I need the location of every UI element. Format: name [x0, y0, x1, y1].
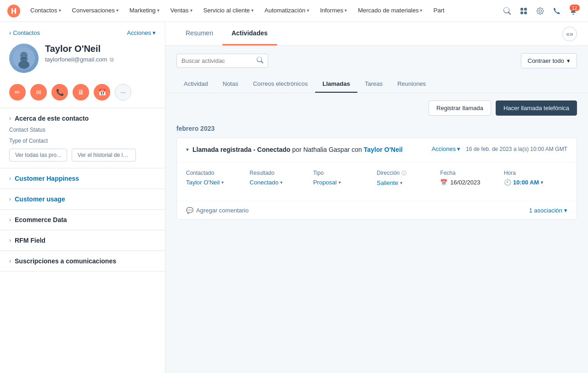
direccion-value[interactable]: Saliente ▾	[377, 179, 440, 186]
tipo-label: Tipo	[313, 170, 377, 176]
contact-status-label: Contact Status	[9, 127, 156, 133]
type-of-contact-label: Type of Contact	[9, 138, 156, 144]
action-icons: ✏ ✉ 📞 🖥 📅 ···	[0, 80, 165, 108]
call-status: Llamada registrada - Conectado	[192, 146, 290, 153]
resultado-value[interactable]: Conectado ▾	[249, 179, 313, 186]
direccion-text: Saliente	[377, 179, 398, 186]
filter-tab-correos[interactable]: Correos electrónicos	[246, 76, 315, 93]
notifications-button[interactable]: 12	[566, 4, 581, 18]
nav-servicio[interactable]: Servicio al cliente ▾	[199, 0, 258, 22]
tipo-dropdown: ▾	[339, 180, 341, 185]
copy-email-button[interactable]: ⧉	[110, 56, 114, 63]
main-layout: ‹ Contactos Acciones ▾	[0, 22, 588, 373]
nav-mercado-chevron: ▾	[420, 8, 422, 13]
collapse-all-button[interactable]: Contraer todo ▾	[521, 53, 577, 68]
breadcrumb-chevron: ‹	[9, 29, 11, 36]
ver-historial-button[interactable]: Ver el historial de la...	[72, 149, 136, 161]
call-field-hora: Hora 🕙 10:00 AM ▾	[504, 170, 567, 186]
search-input[interactable]	[181, 57, 253, 64]
fecha-text: 16/02/2023	[450, 179, 480, 186]
breadcrumb[interactable]: ‹ Contactos	[9, 29, 40, 36]
card-actions-label: Acciones	[431, 145, 456, 152]
filter-tab-actividad[interactable]: Actividad	[176, 76, 215, 93]
sidebar-header: ‹ Contactos Acciones ▾	[0, 22, 165, 42]
breadcrumb-label: Contactos	[13, 29, 40, 36]
search-button[interactable]	[500, 4, 514, 18]
nav-part[interactable]: Part	[429, 0, 449, 22]
collapse-sidebar-button[interactable]: «»	[562, 27, 577, 41]
comment-icon: 💬	[186, 207, 193, 214]
customer-usage-title: Customer usage	[15, 195, 65, 203]
contactado-text: Taylor O'Neil	[186, 179, 220, 186]
resultado-text: Conectado	[249, 179, 278, 186]
tab-actividades[interactable]: Actividades	[222, 22, 277, 45]
ver-todas-button[interactable]: Ver todas las pro...	[9, 149, 67, 161]
hubspot-logo[interactable]	[7, 5, 20, 17]
tipo-value[interactable]: Proposal ▾	[313, 179, 377, 186]
make-call-button[interactable]: Hacer llamada telefónica	[496, 100, 577, 116]
svg-point-3	[18, 61, 29, 69]
call-button[interactable]: 📞	[51, 84, 68, 100]
register-call-button[interactable]: Registrar llamada	[429, 100, 491, 116]
call-by-text: por Nathalia Gaspar	[292, 146, 350, 153]
filter-tab-notas[interactable]: Notas	[215, 76, 246, 93]
fecha-value[interactable]: 📅 16/02/2023	[440, 179, 503, 186]
sidebar-section-rfm: › RFM Field	[0, 230, 165, 251]
call-with-text: con	[351, 146, 363, 153]
nav-automatizacion[interactable]: Automatización ▾	[260, 0, 314, 22]
about-section-header[interactable]: › Acerca de este contacto	[9, 115, 156, 122]
customer-happiness-header[interactable]: › Customer Happiness	[9, 175, 156, 182]
suscripciones-header[interactable]: › Suscripciones a comunicaciones	[9, 257, 156, 265]
nav-informes[interactable]: Informes ▾	[316, 0, 352, 22]
resultado-dropdown: ▾	[280, 180, 283, 185]
activity-card-header: ▾ Llamada registrada - Conectado por Nat…	[177, 138, 577, 162]
activity-expand-chevron[interactable]: ▾	[186, 146, 189, 153]
settings-button[interactable]	[533, 4, 548, 18]
ecommerce-header[interactable]: › Ecommerce Data	[9, 216, 156, 223]
customer-usage-header[interactable]: › Customer usage	[9, 195, 156, 203]
nav-ventas[interactable]: Ventas ▾	[166, 0, 197, 22]
direccion-dropdown: ▾	[400, 180, 402, 185]
actions-button[interactable]: Acciones ▾	[127, 29, 156, 36]
contact-info: Taylor O'Neil taylorfoneil@gmail.com ⧉	[0, 42, 165, 80]
filter-tab-tareas[interactable]: Tareas	[357, 76, 390, 93]
activity-title-text: Llamada registrada - Conectado por Natha…	[192, 145, 402, 155]
hora-value[interactable]: 🕙 10:00 AM ▾	[504, 179, 567, 186]
tab-resumen[interactable]: Resumen	[176, 22, 222, 45]
screen-button[interactable]: 🖥	[73, 84, 89, 100]
nav-mercado[interactable]: Mercado de materiales ▾	[353, 0, 427, 22]
nav-servicio-chevron: ▾	[251, 8, 254, 13]
customer-happiness-title: Customer Happiness	[15, 175, 79, 182]
main-tabs: Resumen Actividades	[176, 22, 277, 45]
nav-conversaciones[interactable]: Conversaciones ▾	[68, 0, 123, 22]
apps-button[interactable]	[516, 4, 531, 18]
clock-icon: 🕙	[504, 179, 511, 186]
phone-button[interactable]	[549, 4, 564, 18]
add-comment-button[interactable]: 💬 Agregar comentario	[186, 207, 249, 214]
contact-email: taylorfoneil@gmail.com ⧉	[45, 56, 156, 63]
filter-tab-reuniones[interactable]: Reuniones	[390, 76, 433, 93]
contactado-dropdown: ▾	[221, 180, 224, 185]
call-contact-link[interactable]: Taylor O'Neil	[364, 146, 403, 153]
activity-card: ▾ Llamada registrada - Conectado por Nat…	[176, 138, 577, 220]
association-button[interactable]: 1 asociación ▾	[529, 207, 567, 214]
card-actions-button[interactable]: Acciones ▾	[431, 145, 460, 152]
nav-icons: 12	[500, 4, 581, 18]
rfm-header[interactable]: › RFM Field	[9, 237, 156, 244]
calendar-button[interactable]: 📅	[94, 84, 110, 100]
contactado-label: Contactado	[186, 170, 249, 176]
edit-button[interactable]: ✏	[9, 84, 26, 100]
more-button[interactable]: ···	[115, 84, 131, 100]
call-field-resultado: Resultado Conectado ▾	[249, 170, 313, 186]
filter-tab-llamadas[interactable]: Llamadas	[315, 76, 357, 93]
nav-ventas-chevron: ▾	[190, 8, 192, 13]
search-icon	[257, 57, 263, 65]
sidebar-section-customer-happiness: › Customer Happiness	[0, 168, 165, 189]
nav-contactos[interactable]: Contactos ▾	[26, 0, 66, 22]
email-button[interactable]: ✉	[30, 84, 47, 100]
card-actions-chevron: ▾	[457, 145, 460, 152]
nav-marketing[interactable]: Marketing ▾	[125, 0, 164, 22]
contact-details: Taylor O'Neil taylorfoneil@gmail.com ⧉	[45, 44, 156, 63]
top-nav: Contactos ▾ Conversaciones ▾ Marketing ▾…	[0, 0, 588, 22]
contactado-value[interactable]: Taylor O'Neil ▾	[186, 179, 249, 186]
